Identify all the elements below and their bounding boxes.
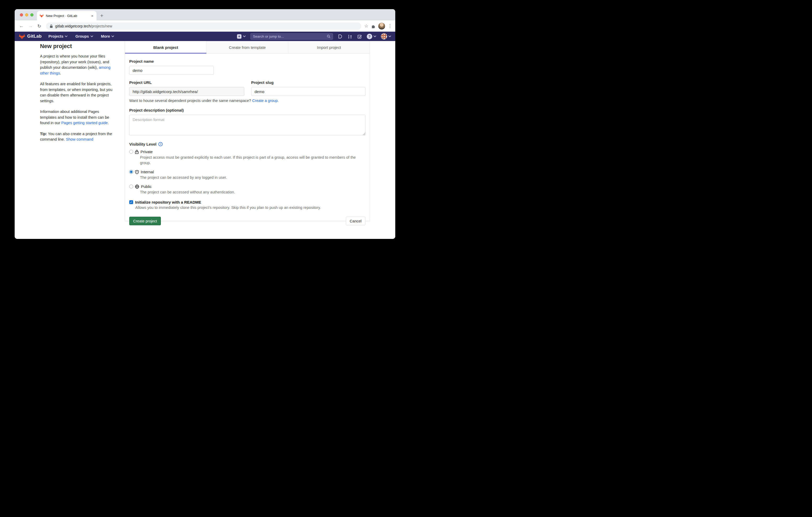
global-search[interactable] xyxy=(250,33,333,40)
url-text: gitlab.widgetcorp.tech/projects/new xyxy=(55,24,112,28)
visibility-option-internal: Internal The project can be accessed by … xyxy=(129,170,366,180)
visibility-option-head: Public xyxy=(129,184,366,189)
new-project-sidebar: New project A project is where you house… xyxy=(40,43,114,148)
new-tab-button[interactable]: + xyxy=(100,12,103,19)
visibility-level-label: Visibility Level ? xyxy=(129,142,366,146)
visibility-option-public: Public The project can be accessed witho… xyxy=(129,184,366,195)
tab-import-project[interactable]: Import project xyxy=(288,41,370,54)
globe-icon xyxy=(135,185,139,189)
sidebar-paragraph-3: Information about additional Pages templ… xyxy=(40,109,114,126)
chevron-down-icon xyxy=(388,35,391,37)
bookmark-star-icon[interactable]: ☆ xyxy=(365,23,368,29)
readme-checkbox[interactable]: ✓ xyxy=(129,200,133,204)
lock-icon xyxy=(135,150,139,154)
project-slug-input[interactable] xyxy=(251,87,366,96)
user-avatar xyxy=(381,33,387,39)
chevron-down-icon xyxy=(374,35,376,37)
gitlab-brand[interactable]: GitLab xyxy=(19,33,41,39)
project-name-input[interactable] xyxy=(129,66,214,75)
svg-text:?: ? xyxy=(160,143,162,146)
menu-projects[interactable]: Projects xyxy=(49,34,67,38)
browser-window: New Project · GitLab × + ← → ↻ gitlab.wi… xyxy=(14,9,395,239)
project-name-label: Project name xyxy=(129,59,366,63)
brand-name: GitLab xyxy=(27,34,41,39)
create-group-link[interactable]: Create a group. xyxy=(252,98,279,103)
close-window-button[interactable] xyxy=(20,13,23,17)
menu-groups[interactable]: Groups xyxy=(75,34,93,38)
public-option-desc: The project can be accessed without any … xyxy=(140,189,362,195)
gitlab-navbar-right: + xyxy=(237,33,391,40)
namespace-hint: Want to house several dependent projects… xyxy=(129,98,366,103)
project-slug-label: Project slug xyxy=(251,80,366,85)
public-option-label[interactable]: Public xyxy=(141,184,152,189)
blank-project-form: Project name Project URL Project slug Wa… xyxy=(125,54,370,225)
chevron-down-icon xyxy=(243,35,245,37)
browser-toolbar: ← → ↻ gitlab.widgetcorp.tech/projects/ne… xyxy=(14,20,395,32)
browser-profile-avatar[interactable] xyxy=(378,23,385,30)
public-radio[interactable] xyxy=(129,185,133,188)
project-slug-column: Project slug xyxy=(251,80,366,96)
url-slug-row: Project URL Project slug xyxy=(129,80,366,96)
internal-option-desc: The project can be accessed by any logge… xyxy=(140,175,362,180)
search-input[interactable] xyxy=(253,34,325,38)
shield-icon xyxy=(135,170,139,174)
browser-tab[interactable]: New Project · GitLab × xyxy=(37,11,96,20)
readme-desc: Allows you to immediately clone this pro… xyxy=(135,206,366,210)
private-option-label[interactable]: Private xyxy=(141,150,153,154)
new-project-panel: Blank project Create from template Impor… xyxy=(125,41,370,221)
sidebar-paragraph-4: Tip: You can also create a project from … xyxy=(40,131,114,143)
browser-tab-strip: New Project · GitLab × + xyxy=(14,9,395,20)
gitlab-logo xyxy=(19,33,25,39)
minimize-window-button[interactable] xyxy=(25,13,28,17)
project-type-tabs: Blank project Create from template Impor… xyxy=(125,41,370,54)
browser-menu-kebab-icon[interactable]: ⋮ xyxy=(388,23,392,29)
page-content: New project A project is where you house… xyxy=(14,41,395,239)
forward-button[interactable]: → xyxy=(27,23,34,30)
reload-button[interactable]: ↻ xyxy=(36,23,43,30)
sidebar-paragraph-2: All features are enabled for blank proje… xyxy=(40,81,114,104)
project-url-input[interactable] xyxy=(129,87,244,96)
user-menu-button[interactable] xyxy=(381,33,391,39)
todos-button[interactable] xyxy=(357,34,362,39)
tab-title: New Project · GitLab xyxy=(46,14,88,18)
create-project-button[interactable]: Create project xyxy=(129,217,161,225)
show-command-link[interactable]: Show command xyxy=(66,137,93,142)
toolbar-right: ☆ ⋮ xyxy=(365,23,392,30)
form-actions: Create project Cancel xyxy=(129,217,366,225)
internal-option-label[interactable]: Internal xyxy=(141,170,154,174)
pages-guide-link[interactable]: Pages getting started guide xyxy=(61,121,108,125)
extensions-puzzle-icon[interactable] xyxy=(371,24,376,29)
address-bar[interactable]: gitlab.widgetcorp.tech/projects/new xyxy=(46,23,361,30)
new-menu-button[interactable]: + xyxy=(237,34,245,39)
zoom-window-button[interactable] xyxy=(30,13,33,17)
screen-background: New Project · GitLab × + ← → ↻ gitlab.wi… xyxy=(0,0,406,258)
window-controls xyxy=(20,13,33,17)
project-description-label: Project description (optional) xyxy=(129,108,366,112)
help-menu-button[interactable]: ? xyxy=(367,34,376,39)
chevron-down-icon xyxy=(90,35,93,37)
chevron-down-icon xyxy=(111,35,114,37)
gitlab-favicon xyxy=(39,14,44,18)
private-radio[interactable] xyxy=(129,150,133,154)
private-option-desc: Project access must be granted explicitl… xyxy=(140,155,362,166)
visibility-help-icon[interactable]: ? xyxy=(158,142,163,146)
readme-row: ✓ Initialize repository with a README xyxy=(129,200,366,204)
sidebar-paragraph-1: A project is where you house your files … xyxy=(40,54,114,76)
url-path: /projects/new xyxy=(90,24,112,28)
project-url-column: Project URL xyxy=(129,80,244,96)
visibility-option-head: Private xyxy=(129,150,366,154)
gitlab-menu: Projects Groups More xyxy=(49,34,114,38)
issues-button[interactable] xyxy=(338,34,343,39)
tab-close-icon[interactable]: × xyxy=(90,13,94,18)
help-icon: ? xyxy=(367,34,372,39)
menu-more[interactable]: More xyxy=(101,34,114,38)
merge-requests-button[interactable] xyxy=(347,34,352,39)
internal-radio[interactable] xyxy=(129,170,133,174)
tab-create-from-template[interactable]: Create from template xyxy=(206,41,288,54)
project-description-textarea[interactable] xyxy=(129,115,366,135)
readme-label[interactable]: Initialize repository with a README xyxy=(135,200,201,204)
cancel-button[interactable]: Cancel xyxy=(346,217,366,225)
tab-blank-project[interactable]: Blank project xyxy=(125,41,206,54)
issues-icon xyxy=(338,34,343,39)
back-button[interactable]: ← xyxy=(18,23,25,30)
